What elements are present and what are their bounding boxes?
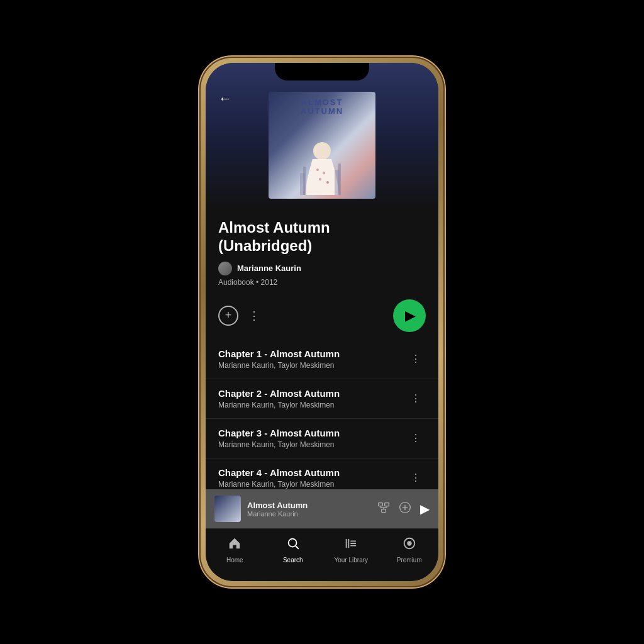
- now-playing-thumbnail: [214, 496, 241, 522]
- nav-item-home[interactable]: Home: [206, 534, 264, 566]
- np-add-icon[interactable]: [399, 501, 411, 517]
- chapter-info: Chapter 2 - Almost Autumn Marianne Kauri…: [218, 388, 406, 409]
- book-title: Almost Autumn(Unabridged): [218, 219, 426, 255]
- chapter-author: Marianne Kaurin, Taylor Meskimen: [218, 361, 406, 370]
- author-row: Marianne Kaurin: [218, 262, 426, 275]
- now-playing-controls: ▶: [377, 501, 430, 517]
- album-title-art: ALMOST AUTUMN: [301, 98, 343, 116]
- svg-rect-9: [379, 502, 383, 506]
- search-icon: [286, 536, 300, 554]
- nav-label-library: Your Library: [334, 557, 368, 564]
- play-button[interactable]: ▶: [393, 299, 426, 332]
- svg-rect-10: [385, 502, 389, 506]
- connect-icon[interactable]: [377, 501, 390, 517]
- now-playing-bar[interactable]: Almost Autumn Marianne Kaurin: [206, 489, 438, 528]
- add-button[interactable]: +: [218, 306, 238, 326]
- chapter-more-2[interactable]: ⋮: [406, 430, 426, 447]
- svg-rect-21: [346, 539, 347, 548]
- svg-rect-23: [350, 540, 356, 541]
- chapter-more-1[interactable]: ⋮: [406, 390, 426, 407]
- now-playing-info: Almost Autumn Marianne Kaurin: [247, 501, 371, 518]
- album-art-overlay: ALMOST AUTUMN: [269, 92, 375, 199]
- nav-label-premium: Premium: [397, 557, 422, 564]
- svg-rect-11: [382, 509, 386, 512]
- album-art: ALMOST AUTUMN: [269, 92, 375, 199]
- chapter-author: Marianne Kaurin, Taylor Meskimen: [218, 480, 406, 489]
- svg-rect-25: [350, 545, 356, 547]
- library-icon: [344, 536, 358, 554]
- chapter-author: Marianne Kaurin, Taylor Meskimen: [218, 401, 406, 409]
- bottom-nav: Home Search: [206, 528, 438, 581]
- info-section: Almost Autumn(Unabridged) Marianne Kauri…: [206, 209, 438, 299]
- phone-screen: ← ALMOST AUTUMN: [206, 63, 438, 581]
- author-avatar: [218, 262, 232, 275]
- chapter-item[interactable]: Chapter 2 - Almost Autumn Marianne Kauri…: [206, 379, 438, 419]
- np-play-icon[interactable]: ▶: [420, 501, 430, 516]
- chapter-info: Chapter 3 - Almost Autumn Marianne Kauri…: [218, 428, 406, 449]
- album-figure-svg: [300, 116, 344, 198]
- chapter-title: Chapter 1 - Almost Autumn: [218, 348, 406, 359]
- premium-icon: [402, 536, 416, 554]
- svg-point-4: [326, 181, 329, 184]
- svg-point-1: [316, 169, 319, 171]
- phone-frame: ← ALMOST AUTUMN: [199, 57, 445, 587]
- controls-row: + ⋮ ▶: [206, 299, 438, 340]
- chapter-title: Chapter 3 - Almost Autumn: [218, 428, 406, 438]
- chapter-more-0[interactable]: ⋮: [406, 350, 426, 367]
- controls-left: + ⋮: [218, 306, 260, 326]
- header-section: ← ALMOST AUTUMN: [206, 63, 438, 209]
- svg-point-2: [323, 172, 325, 174]
- more-button[interactable]: ⋮: [248, 309, 260, 323]
- chapter-item[interactable]: Chapter 4 - Almost Autumn Marianne Kauri…: [206, 458, 438, 489]
- chapter-title: Chapter 2 - Almost Autumn: [218, 388, 406, 399]
- nav-item-search[interactable]: Search: [264, 534, 323, 566]
- svg-point-3: [319, 178, 321, 180]
- scroll-area[interactable]: Almost Autumn(Unabridged) Marianne Kauri…: [206, 209, 438, 489]
- chapter-list: Chapter 1 - Almost Autumn Marianne Kauri…: [206, 340, 438, 489]
- notch: [275, 63, 369, 80]
- chapter-title: Chapter 4 - Almost Autumn: [218, 467, 406, 478]
- nav-item-premium[interactable]: Premium: [380, 534, 439, 566]
- now-playing-artist: Marianne Kaurin: [247, 510, 371, 518]
- back-button[interactable]: ←: [218, 91, 232, 107]
- chapter-item[interactable]: Chapter 1 - Almost Autumn Marianne Kauri…: [206, 340, 438, 379]
- svg-line-20: [296, 546, 298, 548]
- nav-label-search: Search: [283, 557, 303, 564]
- home-icon: [228, 536, 242, 554]
- nav-item-library[interactable]: Your Library: [322, 534, 380, 566]
- phone-wrapper: ← ALMOST AUTUMN: [199, 57, 445, 587]
- svg-rect-8: [338, 164, 341, 195]
- svg-rect-24: [350, 543, 356, 544]
- svg-rect-6: [303, 167, 306, 195]
- chapter-more-3[interactable]: ⋮: [406, 469, 426, 486]
- play-icon: ▶: [405, 308, 416, 324]
- author-name: Marianne Kaurin: [237, 264, 301, 273]
- chapter-item[interactable]: Chapter 3 - Almost Autumn Marianne Kauri…: [206, 419, 438, 458]
- chapter-info: Chapter 1 - Almost Autumn Marianne Kauri…: [218, 348, 406, 370]
- chapter-info: Chapter 4 - Almost Autumn Marianne Kauri…: [218, 467, 406, 489]
- screen-content: ← ALMOST AUTUMN: [206, 63, 438, 581]
- meta-text: Audiobook • 2012: [218, 278, 426, 287]
- now-playing-title: Almost Autumn: [247, 501, 371, 510]
- chapter-author: Marianne Kaurin, Taylor Meskimen: [218, 440, 406, 449]
- nav-label-home: Home: [226, 557, 243, 564]
- svg-rect-22: [348, 539, 350, 548]
- svg-point-0: [313, 142, 331, 160]
- svg-point-26: [407, 541, 411, 545]
